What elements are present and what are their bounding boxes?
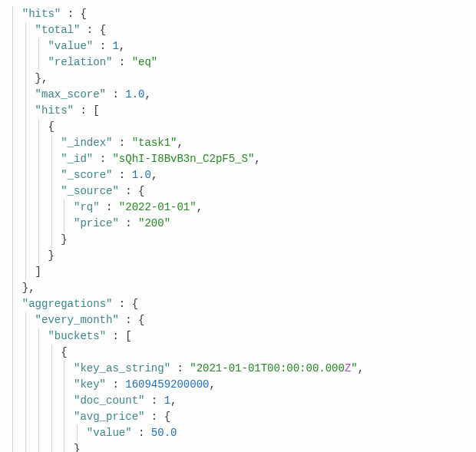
- json-key: "_source": [61, 185, 119, 197]
- code-line: }: [9, 441, 467, 452]
- code-line: "value" : 50.0: [9, 425, 467, 441]
- json-key: "_id": [61, 153, 93, 165]
- json-string: ": [351, 362, 357, 374]
- code-line: "hits" : {: [9, 6, 467, 22]
- code-line: "buckets" : [: [9, 328, 467, 345]
- json-number: 1: [112, 40, 118, 52]
- json-key: "hits": [35, 104, 74, 117]
- json-number: 50.0: [151, 427, 177, 439]
- code-line: ]: [9, 264, 467, 280]
- json-key: "max_score": [35, 88, 106, 101]
- json-key: "price": [74, 217, 119, 229]
- json-key: "relation": [48, 56, 112, 68]
- json-key: "_index": [61, 137, 112, 149]
- code-line: "value" : 1,: [9, 38, 467, 54]
- code-line: "every_month" : {: [9, 312, 467, 328]
- code-line: "doc_count" : 1,: [9, 393, 467, 409]
- json-string: "sQhI-I8BvB3n_C2pF5_S": [112, 153, 254, 165]
- json-string: "task1": [132, 137, 177, 149]
- json-key: "total": [35, 24, 81, 36]
- json-string: "2021-01-01T00:00:00.000: [190, 362, 345, 374]
- json-string: "2022-01-01": [119, 201, 197, 213]
- json-key: "_score": [61, 169, 112, 181]
- json-key: "hits": [22, 8, 61, 20]
- json-key: "aggregations": [22, 298, 113, 310]
- code-line: "aggregations" : {: [9, 296, 467, 312]
- json-number: 1: [164, 394, 170, 407]
- code-line: "key" : 1609459200000,: [9, 377, 467, 393]
- code-line: }: [9, 232, 467, 248]
- code-line: "price" : "200": [9, 216, 467, 232]
- json-key: "key": [74, 378, 106, 391]
- code-line: "hits" : [: [9, 103, 467, 119]
- json-key: "value": [48, 40, 93, 52]
- code-line: "key_as_string" : "2021-01-01T00:00:00.0…: [9, 361, 467, 377]
- code-line: {: [9, 119, 467, 135]
- json-string: "eq": [132, 56, 158, 68]
- code-line: "max_score" : 1.0,: [9, 87, 467, 103]
- code-line: },: [9, 280, 467, 296]
- code-line: "relation" : "eq": [9, 54, 467, 71]
- code-line: }: [9, 248, 467, 264]
- json-key: "buckets": [48, 330, 106, 342]
- code-line: "_score" : 1.0,: [9, 167, 467, 183]
- code-line: "avg_price" : {: [9, 409, 467, 425]
- json-key: "key_as_string": [74, 362, 170, 374]
- json-key: "every_month": [35, 314, 119, 326]
- json-key: "rq": [74, 201, 100, 213]
- code-line: "_index" : "task1",: [9, 135, 467, 151]
- code-line: "_id" : "sQhI-I8BvB3n_C2pF5_S",: [9, 151, 467, 167]
- json-number: 1.0: [132, 169, 151, 181]
- json-key: "value": [87, 427, 132, 439]
- json-key: "avg_price": [74, 411, 144, 423]
- code-line: "_source" : {: [9, 183, 467, 200]
- json-string: "200": [138, 217, 170, 229]
- code-line: {: [9, 345, 467, 361]
- code-line: "total" : {: [9, 22, 467, 38]
- code-line: "rq" : "2022-01-01",: [9, 200, 467, 216]
- json-code-block: "hits" : { "total" : { "value" : 1, "rel…: [9, 6, 467, 452]
- json-key: "doc_count": [74, 394, 144, 407]
- json-number: 1.0: [125, 88, 144, 101]
- json-number: 1609459200000: [125, 378, 209, 391]
- code-line: },: [9, 71, 467, 87]
